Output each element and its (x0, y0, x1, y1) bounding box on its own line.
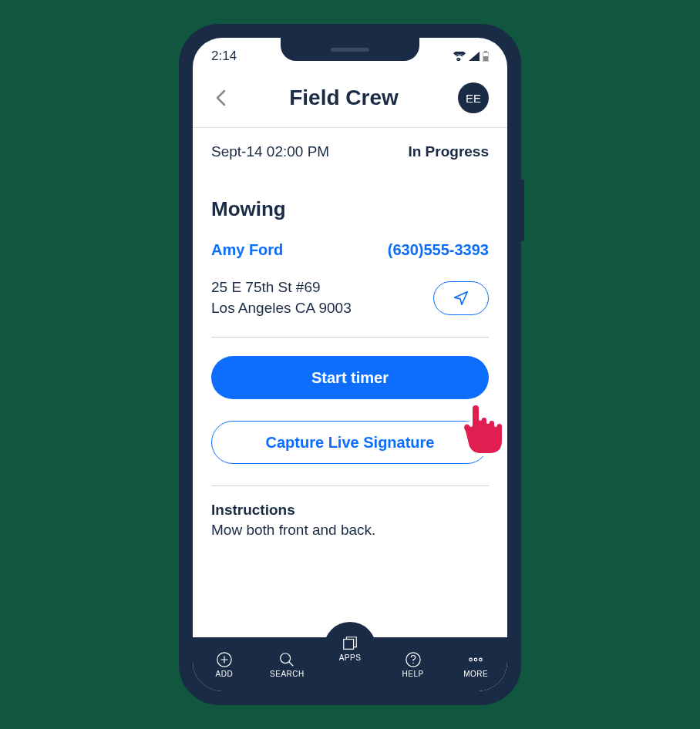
svg-point-9 (469, 658, 473, 661)
phone-side-button (520, 180, 524, 241)
nav-help[interactable]: HELP (382, 651, 445, 678)
apps-icon (342, 635, 358, 652)
contact-phone-link[interactable]: (630)555-3393 (388, 241, 489, 259)
address-row: 25 E 75th St #69 Los Angeles CA 9003 (211, 277, 489, 338)
navigate-icon (453, 290, 469, 307)
navigate-button[interactable] (433, 281, 489, 315)
svg-point-8 (412, 662, 413, 663)
contact-row: Amy Ford (630)555-3393 (211, 241, 489, 259)
meta-row: Sept-14 02:00 PM In Progress (211, 143, 489, 160)
svg-rect-2 (484, 51, 487, 52)
more-icon (467, 651, 484, 668)
search-icon (278, 651, 295, 668)
status-time: 2:14 (211, 49, 237, 64)
nav-apps[interactable]: APPS (324, 622, 376, 674)
svg-point-5 (281, 653, 291, 663)
address-line1: 25 E 75th St #69 (211, 277, 352, 298)
nav-search[interactable]: SEARCH (256, 651, 319, 678)
bottom-nav: ADD SEARCH APPS (193, 637, 507, 691)
start-timer-button[interactable]: Start timer (211, 356, 489, 399)
plus-circle-icon (216, 651, 233, 668)
avatar[interactable]: EE (458, 82, 489, 113)
phone-speaker (331, 48, 369, 52)
contact-name-link[interactable]: Amy Ford (211, 241, 283, 259)
page-title: Field Crew (289, 86, 399, 110)
nav-more[interactable]: MORE (444, 651, 507, 678)
status-badge: In Progress (408, 143, 489, 160)
nav-help-label: HELP (402, 670, 424, 678)
instructions-text: Mow both front and back. (211, 522, 489, 539)
content: Sept-14 02:00 PM In Progress Mowing Amy … (193, 128, 507, 637)
instructions-label: Instructions (211, 502, 489, 519)
nav-apps-label: APPS (339, 653, 362, 662)
signal-icon (469, 52, 480, 61)
battery-icon (483, 51, 489, 62)
svg-point-0 (459, 59, 461, 61)
divider (211, 485, 489, 486)
address: 25 E 75th St #69 Los Angeles CA 9003 (211, 277, 352, 318)
svg-rect-6 (344, 639, 354, 649)
screen: 2:14 (193, 38, 507, 691)
back-button[interactable] (211, 89, 230, 107)
svg-point-11 (480, 658, 483, 661)
svg-point-10 (474, 658, 477, 661)
svg-rect-3 (483, 56, 488, 61)
app-header: Field Crew EE (193, 69, 507, 128)
help-icon (405, 651, 422, 668)
chevron-left-icon (215, 89, 226, 106)
wifi-icon (453, 52, 466, 61)
nav-search-label: SEARCH (270, 670, 305, 678)
status-icons (453, 51, 489, 62)
phone-notch (281, 38, 419, 61)
nav-add-label: ADD (215, 670, 233, 678)
job-datetime: Sept-14 02:00 PM (211, 143, 329, 160)
nav-add[interactable]: ADD (193, 651, 256, 678)
capture-signature-button[interactable]: Capture Live Signature (211, 421, 489, 464)
address-line2: Los Angeles CA 9003 (211, 298, 352, 319)
nav-more-label: MORE (463, 670, 488, 678)
job-title: Mowing (211, 197, 489, 221)
phone-frame: 2:14 (180, 25, 520, 704)
